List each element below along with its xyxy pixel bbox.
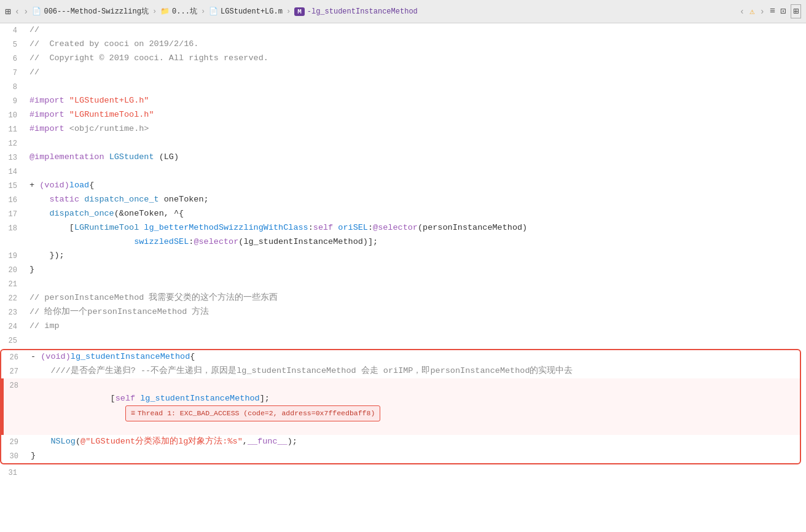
line-content [25,136,806,151]
line-content: - (void)lg_studentInstanceMethod{ [26,350,800,364]
code-area[interactable]: 4 // 5 // Created by cooci on 2019/2/16.… [0,23,806,532]
error-lines-icon: ≡ [131,407,135,420]
line-number: 14 [0,165,25,179]
table-row: 26 - (void)lg_studentInstanceMethod{ [1,350,800,364]
line-content: // Created by cooci on 2019/2/16. [25,37,806,52]
line-content [25,466,806,480]
table-row: 18 [LGRuntimeTool lg_betterMethodSwizzli… [0,221,806,235]
line-content: dispatch_once(&oneToken, ^{ [25,207,806,221]
file-doc-icon: 📄 [32,7,41,16]
line-number: 10 [0,108,25,122]
breadcrumb-sep1: › [152,7,157,16]
line-content: // personInstanceMethod 我需要父类的这个方法的一些东西 [25,291,806,305]
breadcrumb-folder1[interactable]: 0...坑 [172,6,197,17]
titlebar-right: ‹ ⚠ › ≡ ⊡ ⊞ [740,4,801,18]
breadcrumb-filename[interactable]: LGStudent+LG.m [221,7,283,16]
table-row: 5 // Created by cooci on 2019/2/16. [0,37,806,52]
table-row: 31 [0,466,806,480]
table-row: 16 static dispatch_once_t oneToken; [0,193,806,207]
table-row: 20 } [0,263,806,277]
table-row: 6 // Copyright © 2019 cooci. All rights … [0,52,806,66]
layout-split-icon[interactable]: ⊡ [780,6,786,17]
line-content: [LGRuntimeTool lg_betterMethodSwizzlingW… [25,221,806,235]
line-number: 7 [0,66,25,80]
table-row: 4 // [0,23,806,37]
folder-icon: 📁 [160,7,170,16]
line-number: 27 [1,364,26,378]
table-row: 23 // 给你加一个personInstanceMethod 方法 [0,305,806,319]
line-content: swizzledSEL:@selector(lg_studentInstance… [25,235,806,249]
breadcrumb-file-icon: 📄 006---Method-Swizzling坑 [32,6,148,17]
code-table-end: 31 [0,466,806,480]
table-row: 15 + (void)load{ [0,179,806,193]
line-number: 24 [0,319,25,334]
line-number: 21 [0,277,25,291]
line-number: 23 [0,305,25,319]
line-content: static dispatch_once_t oneToken; [25,193,806,207]
breadcrumb-sep3: › [286,7,291,16]
table-row: 22 // personInstanceMethod 我需要父类的这个方法的一些… [0,291,806,305]
table-row: 19 }); [0,249,806,263]
line-content: @implementation LGStudent (LG) [25,151,806,165]
breadcrumb-method: M -lg_studentInstanceMethod [294,7,418,16]
line-number: 25 [0,334,25,348]
code-editor: 4 // 5 // Created by cooci on 2019/2/16.… [0,23,806,532]
titlebar: ⊞ ‹ › 📄 006---Method-Swizzling坑 › 📁 0...… [0,0,806,23]
line-content [25,277,806,291]
line-content: // imp [25,319,806,334]
table-row: 30 } [1,449,800,463]
nav-arrow-left[interactable]: ‹ [740,7,745,17]
table-row: 24 // imp [0,319,806,334]
line-number: 15 [0,179,25,193]
line-number: 31 [0,466,25,480]
table-row: 17 dispatch_once(&oneToken, ^{ [0,207,806,221]
line-content: } [25,263,806,277]
table-row: swizzledSEL:@selector(lg_studentInstance… [0,235,806,249]
line-number: 18 [0,221,25,235]
line-number: 16 [0,193,25,207]
line-content: // 给你加一个personInstanceMethod 方法 [25,305,806,319]
line-number: 9 [0,94,25,108]
table-row: 7 // [0,66,806,80]
line-number: 19 [0,249,25,263]
line-number: 6 [0,52,25,66]
table-row: 9 #import "LGStudent+LG.h" [0,94,806,108]
line-number: 12 [0,136,25,151]
nav-forward-button[interactable]: › [23,7,28,17]
breadcrumb-method-name[interactable]: -lg_studentInstanceMethod [307,7,418,16]
app-window: ⊞ ‹ › 📄 006---Method-Swizzling坑 › 📁 0...… [0,0,806,532]
line-number: 20 [0,263,25,277]
grid-icon[interactable]: ⊞ [5,6,11,18]
table-row: 12 [0,136,806,151]
breadcrumb-file1[interactable]: 006---Method-Swizzling坑 [44,6,148,17]
method-badge: M [294,7,305,16]
line-number: 28 [1,378,26,435]
line-content [25,80,806,94]
line-content: // Copyright © 2019 cooci. All rights re… [25,52,806,66]
table-row: 8 [0,80,806,94]
table-row: 13 @implementation LGStudent (LG) [0,151,806,165]
error-bordered-section: 26 - (void)lg_studentInstanceMethod{ 27 … [0,349,801,464]
source-file-icon: 📄 [209,7,218,16]
line-number: 26 [1,350,26,364]
breadcrumb-folder: 📁 0...坑 [160,6,197,17]
nav-arrow-right2[interactable]: › [760,7,765,17]
table-row: 21 [0,277,806,291]
add-editor-icon[interactable]: ⊞ [791,4,801,18]
line-content: #import <objc/runtime.h> [25,122,806,136]
error-line-row: 28 [self lg_studentInstanceMethod]; ≡ Th… [1,378,800,435]
line-content: } [26,449,800,463]
line-content: + (void)load{ [25,179,806,193]
line-content: // [25,23,806,37]
warning-icon[interactable]: ⚠ [749,6,754,17]
line-number: 17 [0,207,25,221]
table-row: 14 [0,165,806,179]
line-content: NSLog(@"LGStudent分类添加的lg对象方法:%s",__func_… [26,435,800,449]
nav-back-button[interactable]: ‹ [15,7,20,17]
line-number [0,235,25,249]
bordered-code-table: 26 - (void)lg_studentInstanceMethod{ 27 … [1,350,800,463]
line-number: 29 [1,435,26,449]
menu-lines-icon[interactable]: ≡ [770,6,775,17]
line-number: 30 [1,449,26,463]
line-content [25,165,806,179]
